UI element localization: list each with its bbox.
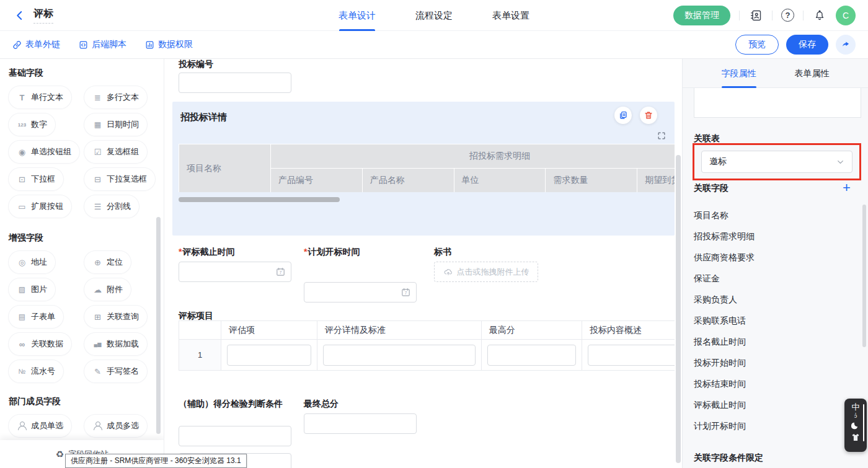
score-detail-input[interactable] (323, 345, 476, 366)
row-index: 1 (179, 340, 221, 371)
eval-deadline-input[interactable]: 7 (179, 262, 291, 282)
calendar-icon: 7 (401, 287, 411, 298)
help-icon[interactable]: ? (781, 9, 794, 22)
open-time-input[interactable]: 7 (304, 282, 417, 302)
list-item[interactable]: 供应商资格要求 (694, 247, 755, 268)
field-type-checkbox-group[interactable]: 复选框组 (84, 141, 147, 163)
table-row: 1 (179, 340, 675, 371)
trash-icon (644, 110, 653, 120)
tab-form-properties[interactable]: 表单属性 (795, 59, 830, 88)
bid-doc-label: 标书 (434, 247, 451, 258)
aux-condition-input[interactable] (179, 426, 291, 446)
data-manage-button[interactable]: 数据管理 (673, 6, 730, 25)
field-type-subform[interactable]: 子表单 (9, 306, 63, 328)
notification-bell-icon[interactable] (812, 8, 827, 23)
field-type-linked-query[interactable]: 关联查询 (84, 306, 147, 328)
lang-zh-label[interactable]: 中 (852, 403, 860, 412)
select-icon (17, 174, 27, 184)
field-type-select[interactable]: 下拉框 (9, 168, 63, 190)
backend-script-link: 后端脚本 (79, 39, 126, 50)
tab-field-properties[interactable]: 字段属性 (722, 59, 756, 88)
list-item[interactable]: 投标结束时间 (694, 374, 755, 395)
field-type-multi-select[interactable]: 下拉复选框 (84, 168, 155, 190)
add-related-field-button[interactable]: + (843, 182, 851, 194)
divider (803, 11, 804, 20)
related-fields-label: 关联字段 (694, 183, 728, 194)
related-table-label: 关联表 (694, 133, 720, 144)
column-header: 期望到货时间 (637, 169, 675, 193)
upload-dropzone[interactable]: 点击或拖拽附件上传 (434, 262, 538, 282)
divider (739, 11, 740, 20)
field-type-member-single[interactable]: 成员单选 (9, 415, 71, 437)
list-item[interactable]: 保证金 (694, 268, 755, 289)
list-item[interactable]: 评标截止时间 (694, 395, 755, 416)
multi-line-text-icon (92, 92, 103, 102)
field-type-datetime[interactable]: 日期时间 (84, 113, 147, 136)
field-type-serial-number[interactable]: 流水号 (9, 360, 63, 382)
tab-form-setting[interactable]: 表单设置 (492, 0, 529, 31)
field-type-number[interactable]: 数字 (9, 113, 55, 136)
tab-flow-setting[interactable]: 流程设定 (415, 0, 453, 31)
page-title[interactable]: 评标 (33, 7, 53, 24)
column-header: 评分详情及标准 (317, 321, 482, 340)
list-item[interactable]: 报名截止时间 (694, 332, 755, 353)
final-score-input[interactable] (304, 413, 417, 434)
share-arrow-icon (841, 40, 851, 50)
tab-form-design[interactable]: 表单设计 (339, 0, 376, 31)
field-type-radio-group[interactable]: 单选按钮组 (9, 141, 79, 163)
related-table-select[interactable]: 邀标 (701, 151, 852, 173)
field-type-member-multi[interactable]: 成员多选 (84, 415, 147, 437)
datetime-icon (92, 120, 103, 130)
shirt-icon[interactable] (851, 433, 861, 442)
field-type-single-line-text[interactable]: 单行文本 (9, 86, 71, 108)
copy-field-button[interactable] (614, 107, 632, 124)
field-type-address[interactable]: 地址 (9, 251, 55, 273)
expand-icon[interactable] (656, 130, 667, 141)
list-item[interactable]: 项目名称 (694, 205, 755, 226)
bid-detail-panel[interactable]: 招投标详情 项目名称 招投标需求明细 产品编号 产品名称 单位 需求数量 期望到 (172, 102, 675, 236)
bid-number-input[interactable] (179, 73, 291, 93)
preview-button[interactable]: 预览 (735, 35, 779, 55)
avatar[interactable]: C (836, 6, 856, 25)
recycle-icon: ♻ (56, 449, 64, 460)
field-type-signature[interactable]: 手写签名 (84, 360, 147, 382)
app-header: 评标 表单设计 流程设定 表单设置 数据管理 ? C (0, 0, 868, 31)
list-item[interactable]: 招投标需求明细 (694, 226, 755, 247)
form-external-link: 表单外链 (12, 39, 60, 50)
signature-icon (92, 366, 103, 376)
list-item[interactable]: 计划开标时间 (694, 416, 755, 437)
field-type-location[interactable]: 定位 (84, 251, 131, 273)
form-toolbar: 表单外链 后端脚本 数据权限 预览 保存 (0, 31, 868, 59)
field-type-attachment[interactable]: 附件 (84, 278, 131, 301)
field-type-image[interactable]: 图片 (9, 278, 55, 301)
field-type-extend-button[interactable]: 扩展按钮 (9, 195, 71, 218)
translate-extension-widget[interactable]: 中 ɔ̓ (844, 399, 867, 452)
field-type-linked-data[interactable]: 关联数据 (9, 333, 71, 355)
field-type-data-load[interactable]: 数据加载 (84, 333, 147, 355)
radio-group-icon (17, 147, 27, 157)
column-header-project: 项目名称 (179, 144, 271, 193)
bid-content-input[interactable] (588, 345, 675, 366)
multi-select-icon (92, 174, 103, 184)
max-score-input[interactable] (487, 345, 576, 366)
eval-item-input[interactable] (227, 345, 311, 366)
sidebar-scrollbar[interactable] (156, 217, 161, 434)
share-button[interactable] (836, 35, 856, 55)
column-header: 最高分 (482, 321, 582, 340)
field-type-divider[interactable]: 分割线 (84, 195, 139, 218)
delete-field-button[interactable] (640, 107, 657, 124)
save-button[interactable]: 保存 (786, 35, 828, 55)
list-item[interactable]: 采购负责人 (694, 289, 755, 311)
list-item[interactable]: 采购联系电话 (694, 311, 755, 332)
field-type-multi-line-text[interactable]: 多行文本 (84, 86, 147, 108)
svg-text:7: 7 (405, 291, 407, 295)
list-item[interactable]: 投标开始时间 (694, 353, 755, 374)
subform-table: 项目名称 招投标需求明细 产品编号 产品名称 单位 需求数量 期望到货时间 (179, 144, 675, 192)
back-button[interactable] (12, 8, 27, 23)
property-textarea[interactable] (694, 88, 861, 118)
canvas-scrollbar[interactable] (676, 155, 681, 463)
properties-scrollbar[interactable] (862, 205, 866, 347)
contact-book-icon[interactable] (748, 8, 763, 23)
moon-icon[interactable] (851, 421, 861, 431)
horizontal-scrollbar[interactable] (179, 197, 340, 202)
